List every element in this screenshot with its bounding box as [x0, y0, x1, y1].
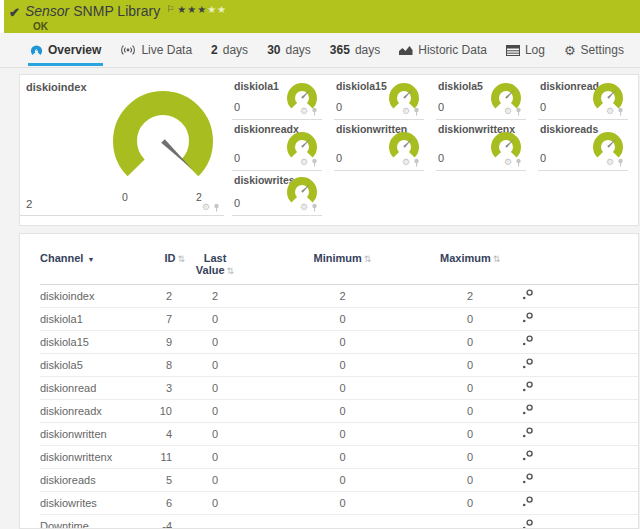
gauge-scale-max: 2: [196, 191, 202, 203]
channel-name: Downtime: [40, 515, 145, 529]
gauge-value: 0: [540, 101, 546, 113]
sort-icon: ⇅: [364, 254, 372, 264]
column-header-last-value[interactable]: Last Value⇅: [185, 246, 245, 285]
pin-icon[interactable]: [515, 107, 522, 116]
channel-name: diskioreads: [40, 469, 145, 492]
main-gauge-cell: diskioindex 0 2 2 ⚙: [20, 77, 224, 216]
gauge-cell-diskiowrites: diskiowrites 0 ⚙: [232, 171, 322, 216]
page-title: SensorSNMP Library: [25, 4, 160, 19]
flag-icon[interactable]: ⚐: [166, 4, 174, 14]
minimum-value: 0: [245, 469, 440, 492]
channel-id: 5: [145, 469, 185, 492]
pin-icon[interactable]: [213, 203, 220, 212]
gauge-cell-diskiola5: diskiola5 0 ⚙: [436, 77, 526, 120]
gear-icon[interactable]: ⚙: [606, 158, 614, 167]
last-value: [185, 515, 245, 529]
gauge-value: 0: [336, 152, 342, 164]
tab-label: Live Data: [141, 43, 192, 57]
tab-2-days[interactable]: 2days: [211, 33, 248, 68]
tab-365-days[interactable]: 365days: [330, 33, 380, 68]
channel-settings-icon[interactable]: [521, 473, 534, 487]
tab-log[interactable]: Log: [506, 33, 545, 68]
tab-historic-data[interactable]: Historic Data: [399, 33, 487, 68]
gear-icon[interactable]: ⚙: [402, 158, 410, 167]
gear-icon: ⚙: [564, 44, 576, 57]
channel-id: 4: [145, 423, 185, 446]
column-header-id[interactable]: ID⇅: [145, 246, 185, 285]
channel-settings-icon[interactable]: [521, 358, 534, 372]
pin-icon[interactable]: [413, 158, 420, 167]
maximum-value: 0: [440, 400, 500, 423]
chart-icon: [399, 45, 413, 56]
channel-settings-icon[interactable]: [521, 404, 534, 418]
channel-settings-icon[interactable]: [521, 450, 534, 464]
gear-icon[interactable]: ⚙: [300, 158, 308, 167]
sensor-status-bar: ✔ SensorSNMP Library ⚐ ★★★★★ OK: [0, 0, 640, 33]
gear-icon[interactable]: ⚙: [504, 158, 512, 167]
channel-name: diskiowrites: [40, 492, 145, 515]
tab-overview[interactable]: Overview: [30, 33, 101, 68]
channel-settings-icon[interactable]: [521, 427, 534, 441]
pin-icon[interactable]: [617, 158, 624, 167]
minimum-value: 0: [245, 423, 440, 446]
maximum-value: 0: [440, 331, 500, 354]
tab-30-days[interactable]: 30days: [267, 33, 311, 68]
gauge-cell-diskiola1: diskiola1 0 ⚙: [232, 77, 322, 120]
star-filled-icon[interactable]: ★: [177, 4, 187, 15]
table-row: diskiola5 8 0 0 0: [40, 354, 639, 377]
sort-icon: ⇅: [493, 254, 501, 264]
channel-settings-icon[interactable]: [521, 312, 534, 326]
pin-icon[interactable]: [311, 203, 318, 212]
pin-icon[interactable]: [515, 158, 522, 167]
maximum-value: 0: [440, 469, 500, 492]
last-value: 0: [185, 492, 245, 515]
pin-icon[interactable]: [413, 107, 420, 116]
channel-settings-icon[interactable]: [521, 289, 534, 303]
table-row: diskionread 3 0 0 0: [40, 377, 639, 400]
channel-settings-icon[interactable]: [521, 519, 534, 529]
column-header-minimum[interactable]: Minimum⇅: [245, 246, 440, 285]
tab-bar: Overview Live Data 2days 30days 365days …: [0, 33, 640, 68]
pin-icon[interactable]: [311, 158, 318, 167]
gauge-scale-min: 0: [122, 191, 128, 203]
column-header-maximum[interactable]: Maximum⇅: [440, 246, 500, 285]
gauge-value: 0: [234, 197, 240, 209]
channel-settings-icon[interactable]: [521, 335, 534, 349]
channels-table: Channel▼ ID⇅ Last Value⇅ Minimum⇅ Maximu…: [40, 246, 639, 529]
channel-name: diskionwritten: [40, 423, 145, 446]
table-row: diskioindex 2 2 2 2: [40, 285, 639, 308]
gauge-value: 2: [26, 198, 32, 210]
gear-icon[interactable]: ⚙: [202, 203, 210, 212]
star-empty-icon[interactable]: ★: [217, 4, 227, 15]
sensor-name: SNMP Library: [73, 3, 160, 19]
sensor-type-label: Sensor: [25, 3, 69, 19]
star-filled-icon[interactable]: ★: [197, 4, 207, 15]
small-gauges-grid: diskiola1 0 ⚙ diskiola15 0 ⚙ diskiola5 0…: [232, 77, 640, 216]
gear-icon[interactable]: ⚙: [300, 203, 308, 212]
table-row: diskiola15 9 0 0 0: [40, 331, 639, 354]
channel-settings-icon[interactable]: [521, 496, 534, 510]
pin-icon[interactable]: [617, 107, 624, 116]
maximum-value: 0: [440, 446, 500, 469]
star-empty-icon[interactable]: ★: [207, 4, 217, 15]
tab-settings[interactable]: ⚙ Settings: [564, 33, 624, 68]
table-row: Downtime -4: [40, 515, 639, 529]
table-row: diskionwritten 4 0 0 0: [40, 423, 639, 446]
gear-icon[interactable]: ⚙: [606, 107, 614, 116]
minimum-value: 2: [245, 285, 440, 308]
star-filled-icon[interactable]: ★: [187, 4, 197, 15]
ok-check-icon: ✔: [9, 5, 20, 20]
minimum-value: 0: [245, 331, 440, 354]
tab-label: Overview: [48, 43, 101, 57]
gear-icon[interactable]: ⚙: [504, 107, 512, 116]
tab-live-data[interactable]: Live Data: [120, 33, 192, 68]
gear-icon[interactable]: ⚙: [300, 107, 308, 116]
gauge-title: diskiola5: [438, 80, 483, 92]
priority-stars[interactable]: ★★★★★: [177, 4, 227, 15]
pin-icon[interactable]: [311, 107, 318, 116]
channel-settings-icon[interactable]: [521, 381, 534, 395]
gear-icon[interactable]: ⚙: [402, 107, 410, 116]
column-header-channel[interactable]: Channel▼: [40, 246, 145, 285]
channel-name: diskionreadx: [40, 400, 145, 423]
table-header-row: Channel▼ ID⇅ Last Value⇅ Minimum⇅ Maximu…: [40, 246, 639, 285]
